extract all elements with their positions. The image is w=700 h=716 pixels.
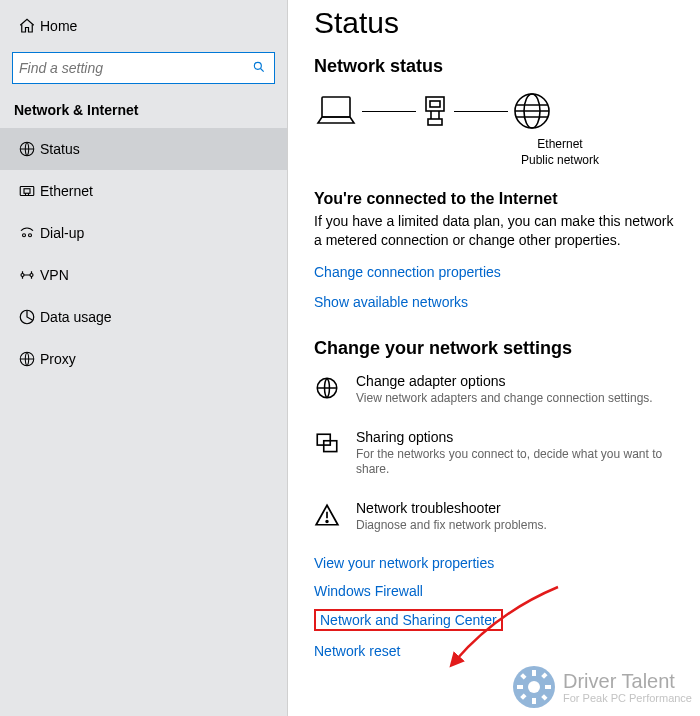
settings-item-title: Sharing options bbox=[356, 429, 686, 445]
search-icon bbox=[252, 60, 266, 77]
link-network-reset[interactable]: Network reset bbox=[314, 643, 700, 659]
settings-item-title: Network troubleshooter bbox=[356, 500, 547, 516]
search-box[interactable] bbox=[12, 52, 275, 84]
sidebar: Home Network & Internet Status Ethernet bbox=[0, 0, 288, 716]
settings-item-sharing[interactable]: Sharing options For the networks you con… bbox=[314, 429, 700, 478]
sidebar-item-label: Proxy bbox=[40, 351, 76, 367]
settings-item-desc: For the networks you connect to, decide … bbox=[356, 447, 686, 478]
sidebar-item-dialup[interactable]: Dial-up bbox=[0, 212, 287, 254]
sidebar-item-vpn[interactable]: VPN bbox=[0, 254, 287, 296]
network-status-heading: Network status bbox=[314, 56, 700, 77]
sidebar-home[interactable]: Home bbox=[0, 6, 287, 46]
connected-body: If you have a limited data plan, you can… bbox=[314, 212, 674, 250]
laptop-icon bbox=[314, 93, 358, 129]
svg-rect-14 bbox=[426, 97, 444, 111]
dialup-icon bbox=[14, 224, 40, 242]
diagram-network-label: Public network bbox=[420, 153, 700, 169]
connector-line bbox=[362, 111, 416, 112]
proxy-icon bbox=[14, 350, 40, 368]
sidebar-item-datausage[interactable]: Data usage bbox=[0, 296, 287, 338]
status-icon bbox=[14, 140, 40, 158]
settings-item-adapter[interactable]: Change adapter options View network adap… bbox=[314, 373, 700, 407]
sidebar-item-status[interactable]: Status bbox=[0, 128, 287, 170]
troubleshooter-icon bbox=[314, 500, 342, 534]
svg-point-10 bbox=[30, 274, 33, 277]
home-label: Home bbox=[40, 18, 77, 34]
sidebar-item-label: VPN bbox=[40, 267, 69, 283]
diagram-labels: Ethernet Public network bbox=[420, 137, 700, 168]
network-diagram bbox=[314, 91, 700, 131]
sidebar-item-label: Data usage bbox=[40, 309, 112, 325]
svg-rect-4 bbox=[24, 189, 30, 194]
sidebar-item-label: Status bbox=[40, 141, 80, 157]
router-icon bbox=[420, 93, 450, 129]
settings-item-title: Change adapter options bbox=[356, 373, 653, 389]
sidebar-item-proxy[interactable]: Proxy bbox=[0, 338, 287, 380]
svg-rect-3 bbox=[20, 187, 34, 196]
sidebar-item-ethernet[interactable]: Ethernet bbox=[0, 170, 287, 212]
link-network-sharing-center[interactable]: Network and Sharing Center bbox=[320, 612, 497, 628]
main-panel: Status Network status Ethernet Public ne… bbox=[288, 0, 700, 716]
svg-rect-18 bbox=[428, 119, 442, 125]
settings-item-desc: View network adapters and change connect… bbox=[356, 391, 653, 407]
vpn-icon bbox=[14, 266, 40, 284]
svg-point-0 bbox=[254, 62, 261, 69]
datausage-icon bbox=[14, 308, 40, 326]
change-settings-heading: Change your network settings bbox=[314, 338, 700, 359]
search-wrap bbox=[0, 46, 287, 92]
sidebar-item-label: Ethernet bbox=[40, 183, 93, 199]
svg-rect-15 bbox=[430, 101, 440, 107]
settings-item-desc: Diagnose and fix network problems. bbox=[356, 518, 547, 534]
settings-item-troubleshooter[interactable]: Network troubleshooter Diagnose and fix … bbox=[314, 500, 700, 534]
sharing-icon bbox=[314, 429, 342, 478]
link-view-network-properties[interactable]: View your network properties bbox=[314, 555, 700, 571]
svg-point-25 bbox=[326, 520, 328, 522]
search-input[interactable] bbox=[19, 60, 252, 76]
link-show-available-networks[interactable]: Show available networks bbox=[314, 294, 700, 310]
link-windows-firewall[interactable]: Windows Firewall bbox=[314, 583, 700, 599]
svg-point-7 bbox=[23, 234, 26, 237]
svg-line-1 bbox=[261, 68, 264, 71]
connector-line bbox=[454, 111, 508, 112]
link-change-connection-properties[interactable]: Change connection properties bbox=[314, 264, 700, 280]
sidebar-category: Network & Internet bbox=[0, 92, 287, 128]
highlight-box: Network and Sharing Center bbox=[314, 609, 503, 631]
diagram-device-label: Ethernet bbox=[420, 137, 700, 153]
connected-title: You're connected to the Internet bbox=[314, 190, 700, 208]
page-title: Status bbox=[314, 6, 700, 40]
adapter-icon bbox=[314, 373, 342, 407]
svg-point-9 bbox=[21, 274, 24, 277]
home-icon bbox=[14, 17, 40, 35]
svg-rect-13 bbox=[322, 97, 350, 117]
sidebar-item-label: Dial-up bbox=[40, 225, 84, 241]
ethernet-icon bbox=[14, 182, 40, 200]
globe-icon bbox=[512, 91, 552, 131]
svg-point-8 bbox=[29, 234, 32, 237]
